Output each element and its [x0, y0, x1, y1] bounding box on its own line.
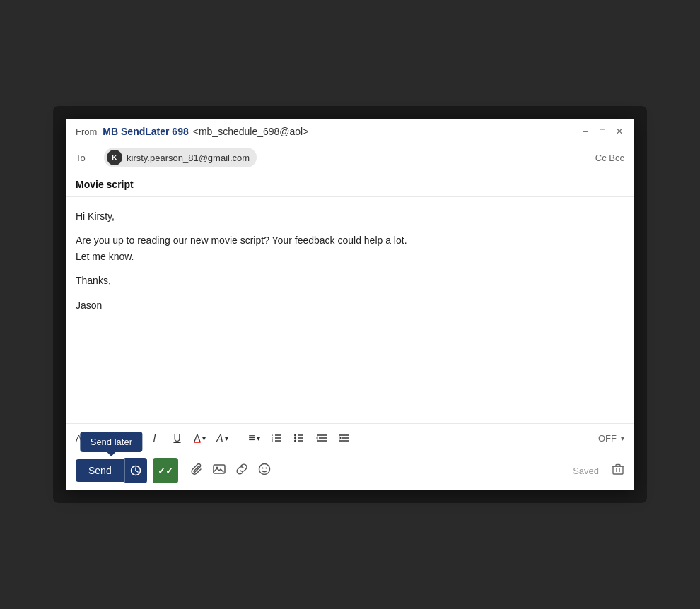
- title-bar: From MB SendLater 698 <mb_schedule_698@a…: [66, 119, 634, 143]
- body-signature: Jason: [76, 297, 624, 313]
- svg-line-20: [136, 471, 138, 472]
- svg-point-11: [294, 440, 296, 442]
- off-chevron: ▾: [621, 434, 624, 442]
- image-icon[interactable]: [212, 462, 226, 480]
- attach-icons: [189, 462, 272, 480]
- svg-point-24: [262, 467, 263, 468]
- subject-row: Movie script: [66, 172, 634, 197]
- svg-point-10: [294, 437, 296, 439]
- minimize-button[interactable]: –: [581, 126, 590, 136]
- spell-check-toggle[interactable]: OFF ▾: [598, 433, 624, 444]
- text-color-button[interactable]: A ▾: [189, 428, 209, 448]
- text-color-chevron: ▾: [202, 434, 206, 442]
- from-label: From: [76, 126, 97, 137]
- attachment-icon[interactable]: [189, 462, 204, 480]
- highlight-chevron: ▾: [225, 434, 228, 442]
- font-size-value: 10: [100, 433, 110, 444]
- email-body[interactable]: Hi Kirsty, Are you up to reading our new…: [66, 197, 634, 423]
- bottom-bar: Send later Send ✓✓: [66, 452, 634, 490]
- cc-bcc-button[interactable]: Cc Bcc: [595, 153, 624, 163]
- emoji-icon[interactable]: [257, 462, 272, 480]
- body-line3: Let me know.: [76, 251, 134, 262]
- font-selector[interactable]: Arial: [76, 433, 94, 444]
- send-group: Send later Send: [76, 458, 147, 483]
- to-label: To: [76, 153, 97, 163]
- close-button[interactable]: ✕: [614, 126, 624, 136]
- unordered-list-button[interactable]: [289, 428, 309, 448]
- send-schedule-button[interactable]: [124, 458, 147, 483]
- check-icon: ✓✓: [158, 466, 173, 476]
- body-greeting: Hi Kirsty,: [76, 208, 624, 224]
- send-label: Send: [88, 465, 112, 476]
- indent-decrease-button[interactable]: [312, 428, 332, 448]
- underline-button[interactable]: U: [167, 428, 187, 448]
- svg-text:3: 3: [272, 439, 274, 442]
- svg-point-25: [265, 467, 267, 468]
- body-main: Are you up to reading our new movie scri…: [76, 232, 624, 264]
- link-icon[interactable]: [235, 462, 249, 480]
- bold-button[interactable]: B: [122, 428, 141, 448]
- send-button[interactable]: Send: [76, 459, 124, 482]
- separator-1: [238, 431, 238, 445]
- maximize-button[interactable]: □: [597, 126, 607, 136]
- off-label-text: OFF: [598, 433, 617, 444]
- italic-button[interactable]: I: [144, 428, 164, 448]
- compose-window: From MB SendLater 698 <mb_schedule_698@a…: [66, 119, 634, 490]
- body-line2: Are you up to reading our new movie scri…: [76, 235, 407, 246]
- recipient-avatar: K: [107, 150, 122, 165]
- subject-text: Movie script: [76, 179, 134, 190]
- delete-button[interactable]: [612, 463, 624, 478]
- window-controls: – □ ✕: [581, 126, 624, 136]
- svg-point-23: [259, 463, 269, 474]
- confirm-button[interactable]: ✓✓: [153, 458, 178, 483]
- from-name: MB SendLater 698: [103, 126, 188, 137]
- saved-label: Saved: [573, 466, 599, 476]
- svg-rect-26: [613, 466, 623, 474]
- body-thanks: Thanks,: [76, 273, 624, 288]
- highlight-button[interactable]: A ▾: [212, 428, 232, 448]
- font-size-chevron: ▾: [111, 434, 115, 442]
- svg-point-9: [294, 434, 296, 437]
- from-email: <mb_schedule_698@aol>: [193, 126, 309, 137]
- align-chevron: ▾: [257, 434, 260, 442]
- align-button[interactable]: ≡ ▾: [244, 428, 264, 448]
- ordered-list-button[interactable]: 123: [267, 428, 286, 448]
- to-row: To K kirsty.pearson_81@gmail.com Cc Bcc: [66, 143, 634, 172]
- indent-increase-button[interactable]: [334, 428, 354, 448]
- formatting-toolbar: Arial 10 ▾ B I U A ▾ A ▾ ≡ ▾ 123: [66, 423, 634, 452]
- recipient-email: kirsty.pearson_81@gmail.com: [127, 153, 250, 163]
- recipient-chip[interactable]: K kirsty.pearson_81@gmail.com: [104, 148, 257, 167]
- font-size-selector[interactable]: 10 ▾: [100, 433, 115, 444]
- clock-icon: [130, 465, 141, 476]
